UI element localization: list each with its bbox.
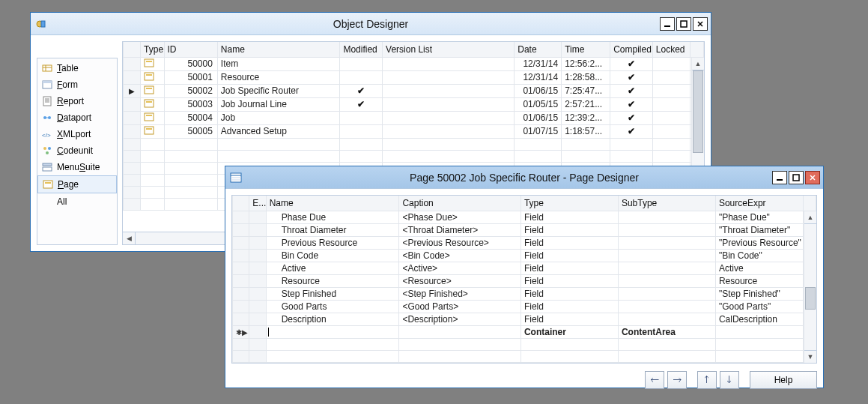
object-row[interactable]: 50005Advanced Setup01/07/151:18:57...✔ (124, 124, 704, 138)
maximize-button[interactable] (676, 17, 691, 31)
minimize-button[interactable] (660, 17, 675, 31)
scroll-up-icon[interactable]: ▲ (804, 211, 816, 224)
nav-label: Page (58, 179, 112, 190)
object-row[interactable]: 50001Resource12/31/141:28:58...✔ (124, 70, 704, 84)
column-header[interactable]: Type (521, 196, 618, 211)
column-header[interactable]: Name (266, 196, 399, 211)
nav-label: Table (57, 63, 112, 73)
help-button[interactable]: Help (750, 371, 817, 389)
column-header[interactable]: SourceExpr (715, 196, 803, 211)
svg-rect-10 (43, 81, 52, 83)
svg-rect-6 (43, 65, 52, 71)
app-icon (35, 18, 47, 30)
svg-rect-11 (43, 97, 51, 106)
page-elements-grid[interactable]: E...NameCaptionTypeSubTypeSourceExpr Pha… (231, 195, 817, 364)
svg-rect-42 (777, 179, 783, 181)
vertical-scrollbar[interactable]: ▲ ▼ (804, 211, 816, 363)
column-header[interactable]: ID (164, 42, 217, 57)
move-up-button[interactable]: 🡑 (697, 371, 717, 389)
column-header[interactable]: SubType (618, 196, 715, 211)
object-row[interactable]: ▶50002Job Specific Router✔01/06/157:25:4… (124, 84, 704, 97)
new-row[interactable]: ✱▶ContainerContentArea (233, 325, 816, 338)
page-element-row[interactable]: Phase Due<Phase Due>Field"Phase Due" (233, 211, 816, 223)
nav-item-xmlport[interactable]: </>XMLport (37, 126, 117, 142)
column-header[interactable]: Caption (399, 196, 521, 211)
expand-header[interactable]: E... (249, 196, 266, 211)
page-object-icon (144, 58, 154, 67)
page-designer-titlebar[interactable]: Page 50002 Job Specific Router - Page De… (225, 166, 823, 189)
nav-label: Form (57, 79, 112, 90)
scroll-up-icon[interactable]: ▲ (692, 58, 704, 70)
checkmark-icon: ✔ (628, 112, 635, 123)
svg-rect-25 (45, 182, 51, 184)
page-object-icon (144, 99, 154, 108)
column-header[interactable]: Compiled (610, 42, 653, 57)
nav-label: XMLport (57, 129, 112, 139)
close-button[interactable] (693, 17, 708, 31)
menusuite-icon (42, 162, 52, 172)
page-object-icon (144, 112, 154, 121)
nav-item-dataport[interactable]: Dataport (37, 109, 117, 126)
page-designer-title: Page 50002 Job Specific Router - Page De… (225, 172, 823, 184)
checkmark-icon: ✔ (357, 85, 365, 96)
page-element-row[interactable]: Good Parts<Good Parts>Field"Good Parts" (233, 300, 816, 313)
object-row[interactable]: 50003Job Journal Line✔01/05/152:57:21...… (124, 97, 704, 111)
column-header[interactable]: Version List (383, 42, 515, 57)
nav-label: All (57, 196, 112, 207)
checkmark-icon: ✔ (628, 99, 635, 109)
object-row[interactable]: 50004Job01/06/1512:39:2...✔ (124, 111, 704, 124)
page-element-row[interactable]: Previous Resource<Previous Resource>Fiel… (233, 236, 816, 249)
empty-row (233, 338, 816, 350)
column-header[interactable]: Name (217, 42, 340, 57)
page-element-row[interactable]: Throat Diameter<Throat Diameter>Field"Th… (233, 223, 816, 236)
table-icon (42, 63, 52, 73)
object-designer-titlebar[interactable]: Object Designer (31, 13, 711, 35)
page-element-row[interactable]: Active<Active>FieldActive (233, 262, 816, 274)
close-button[interactable] (805, 171, 820, 184)
checkmark-icon: ✔ (628, 85, 635, 96)
scroll-down-icon[interactable]: ▼ (804, 350, 816, 363)
maximize-button[interactable] (789, 171, 804, 184)
page-element-row[interactable]: Step Finished<Step Finished>Field"Step F… (233, 287, 816, 300)
move-down-button[interactable]: 🡓 (720, 371, 739, 389)
page-designer-window: Page 50002 Job Specific Router - Page De… (225, 166, 824, 388)
move-left-button[interactable]: 🡐 (645, 371, 664, 389)
xmlport-icon: </> (42, 129, 52, 139)
codeunit-icon (42, 145, 52, 156)
row-selector-header[interactable] (124, 42, 141, 57)
svg-rect-36 (145, 127, 154, 134)
nav-item-page[interactable]: Page (37, 175, 117, 193)
svg-rect-26 (145, 59, 154, 67)
row-selector-header[interactable] (233, 196, 249, 211)
empty-row (124, 138, 704, 150)
page-element-row[interactable]: Description<Description>FieldCalDescript… (233, 313, 816, 325)
svg-rect-27 (146, 61, 152, 62)
svg-rect-24 (43, 181, 52, 188)
column-header[interactable]: Type (141, 42, 164, 57)
column-header[interactable]: Modified (340, 42, 383, 57)
page-element-row[interactable]: Bin Code<Bin Code>Field"Bin Code" (233, 249, 816, 262)
page-element-row[interactable]: Resource<Resource>FieldResource (233, 274, 816, 287)
nav-item-table[interactable]: Table (37, 60, 117, 76)
svg-point-19 (43, 147, 46, 150)
empty-row (124, 150, 704, 162)
column-header[interactable]: Time (562, 42, 610, 57)
report-icon (42, 96, 52, 106)
object-row[interactable]: 50000Item12/31/1412:56:2...✔ (124, 57, 704, 70)
new-row-indicator-icon: ✱▶ (236, 328, 248, 337)
page-object-icon (144, 72, 154, 81)
column-header[interactable]: Locked (652, 42, 690, 57)
scroll-left-icon[interactable]: ◀ (123, 232, 136, 244)
nav-item-codeunit[interactable]: Codeunit (37, 142, 117, 159)
column-header[interactable]: Date (515, 42, 562, 57)
nav-label: MenuSuite (57, 162, 112, 172)
nav-item-menusuite[interactable]: MenuSuite (37, 159, 117, 175)
nav-item-form[interactable]: Form (37, 76, 117, 93)
nav-item-all[interactable]: All (37, 193, 117, 210)
svg-rect-37 (146, 128, 152, 130)
svg-rect-22 (43, 163, 52, 166)
minimize-button[interactable] (772, 171, 787, 184)
nav-label: Dataport (57, 112, 112, 123)
nav-item-report[interactable]: Report (37, 93, 117, 109)
move-right-button[interactable]: 🡒 (667, 371, 687, 389)
